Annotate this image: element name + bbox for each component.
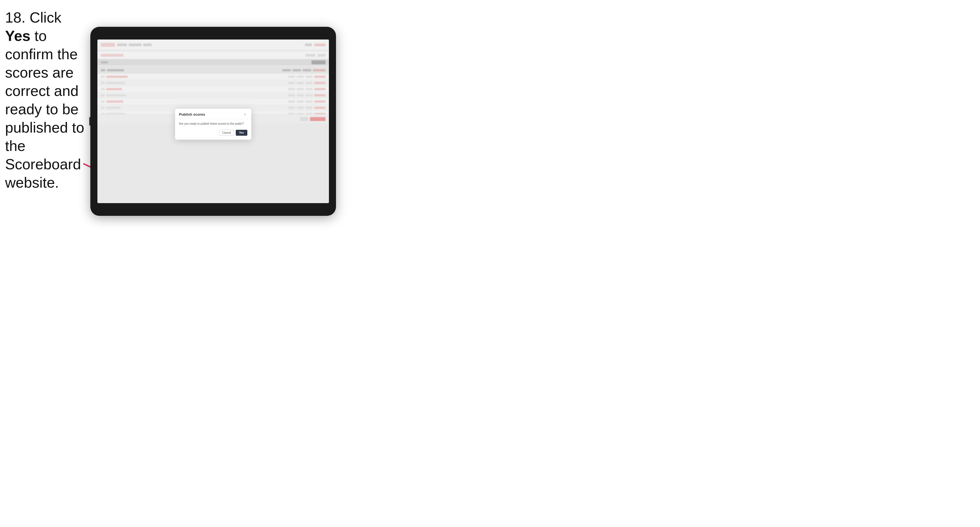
dialog-body: Are you ready to publish these scores to…: [175, 119, 251, 140]
instruction-text: 18. Click Yes to confirm the scores are …: [5, 8, 88, 192]
instruction-bold: Yes: [5, 28, 30, 44]
cancel-button[interactable]: Cancel: [219, 130, 234, 136]
dialog-title: Publish scores: [179, 112, 205, 116]
close-icon[interactable]: ×: [243, 112, 247, 116]
publish-scores-dialog: Publish scores × Are you ready to publis…: [175, 109, 251, 140]
yes-button[interactable]: Yes: [236, 130, 247, 136]
tablet-screen: Publish scores × Are you ready to publis…: [97, 40, 329, 203]
instruction-prefix: Click: [30, 9, 62, 26]
dialog-overlay: Publish scores × Are you ready to publis…: [97, 40, 329, 203]
dialog-message: Are you ready to publish these scores to…: [179, 122, 247, 126]
step-number: 18.: [5, 9, 25, 26]
tablet-device: Publish scores × Are you ready to publis…: [90, 27, 336, 216]
tablet-side-button: [89, 117, 90, 125]
dialog-header: Publish scores ×: [175, 109, 251, 119]
instruction-suffix: to confirm the scores are correct and re…: [5, 28, 84, 191]
dialog-footer: Cancel Yes: [179, 130, 247, 136]
